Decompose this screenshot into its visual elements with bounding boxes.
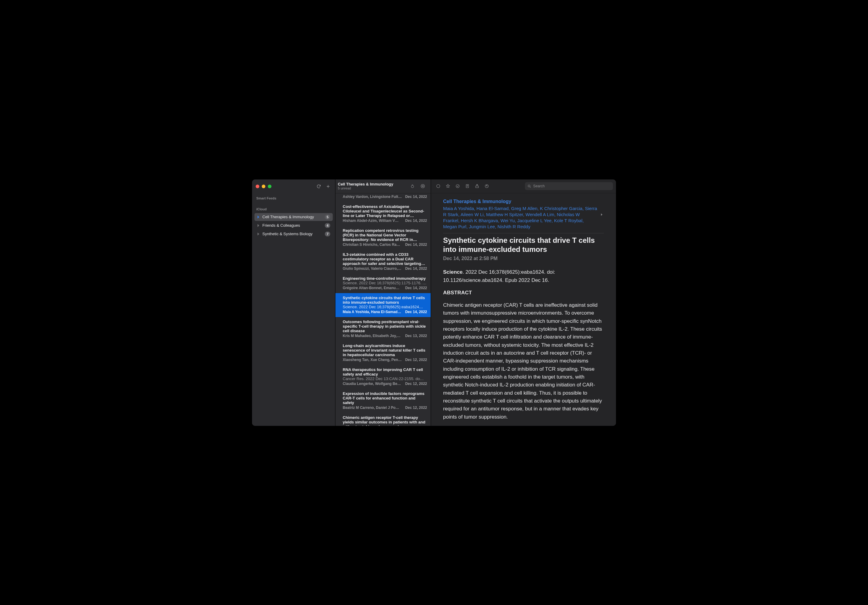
article-title: Chimeric antigen receptor T-cell therapy… [343,415,427,426]
svg-point-2 [437,184,440,188]
article-authors: Grégoire Altan-Bonnet, Emanu… [343,286,403,290]
svg-point-0 [411,185,414,188]
article-date: Dec 13, 2022 [405,334,427,338]
article-date: Dec 14, 2022 [405,195,427,199]
svg-point-7 [528,185,530,187]
unread-badge: 5 [325,215,330,220]
article-authors: Claudia Lengerke, Wolfgang Be… [343,382,403,386]
sidebar-item-label: Cell Therapies & Immunology [262,215,322,219]
article-authors: Beatriz M Carreno, Daniel J Po… [343,405,403,410]
article-authors: Kris M Mahadeo, Elisabeth Joy,… [343,334,403,338]
article-title: Cost-effectiveness of Axicabtagene Cilol… [343,204,427,218]
expand-authors-icon[interactable] [600,212,604,218]
article-list-item[interactable]: RNA therapeutics for improving CAR T cel… [335,365,431,389]
article-authors: Ashley Vardon, Livingstone Fult… [343,195,403,199]
article-title: RNA therapeutics for improving CAR T cel… [343,367,427,376]
article-date: Dec 14, 2022 [405,218,427,223]
article-list-item[interactable]: Replication competent retrovirus testing… [335,226,431,250]
article-title: IL3-zetakine combined with a CD33 costim… [343,252,427,266]
minimize-window-button[interactable] [262,184,265,188]
article-date: Dec 12, 2022 [405,357,427,362]
article-list-item[interactable]: IL3-zetakine combined with a CD33 costim… [335,250,431,274]
article-date: Dec 12, 2022 [405,405,427,410]
article-authors: Maia A Yoshida, Hana El-Samad… [343,310,403,314]
article-title: Long-chain acylcarnitines induce senesce… [343,344,427,357]
article-list-item[interactable]: Long-chain acylcarnitines induce senesce… [335,341,431,365]
mark-all-read-button[interactable] [408,182,417,190]
article-authors: Christian S Hinrichs, Carlos Ra… [343,243,403,247]
list-view-options-button[interactable] [418,182,427,190]
article-date: Dec 12, 2022 [405,382,427,386]
sidebar-item-label: Synthetic & Systems Biology [262,232,322,236]
toggle-read-button[interactable] [434,182,442,190]
article-title: Outcomes following posttransplant viral-… [343,319,427,333]
reader-content[interactable]: Cell Therapies & Immunology Maia A Yoshi… [431,193,616,426]
article-date: Dec 14, 2022 [405,310,427,314]
chevron-right-icon [257,224,260,227]
section-icloud: iCloud [252,202,335,213]
divider [443,233,604,234]
article-title: Synthetic cytokine circuits that drive T… [443,236,604,254]
list-subtitle: 5 unread [338,186,406,190]
article-title: Replication competent retrovirus testing… [343,228,427,242]
article-list-item[interactable]: Outcomes following posttransplant viral-… [335,317,431,341]
chevron-right-icon [257,215,260,218]
svg-rect-4 [466,184,468,188]
window-controls [256,184,271,188]
article-snippet: Science. 2022 Dec 16;378(6625):1175-1176… [343,281,427,285]
article-list-item[interactable]: Ashley Vardon, Livingstone Fult…Dec 14, … [335,195,431,202]
close-window-button[interactable] [256,184,259,188]
reader-view-button[interactable] [463,182,471,190]
reader-authors[interactable]: Maia A Yoshida, Hana El-Samad, Greg M Al… [443,206,604,230]
refresh-button[interactable] [315,182,323,191]
search-icon [527,184,532,188]
add-feed-button[interactable] [323,182,332,191]
article-timestamp: Dec 14, 2022 at 2:58 PM [443,256,604,261]
article-snippet: Cancer Res. 2022 Dec 13:CAN-22-2155. do… [343,376,427,381]
article-list-item[interactable]: Expression of inducible factors reprogra… [335,389,431,413]
mark-done-button[interactable] [453,182,462,190]
article-authors: Xiaosheng Tan, Xue Cheng, Pen… [343,357,403,362]
article-title: Synthetic cytokine circuits that drive T… [343,296,427,305]
list-title: Cell Therapies & Immunology [338,182,406,186]
article-title: Expression of inducible factors reprogra… [343,391,427,405]
article-list-item[interactable]: Chimeric antigen receptor T-cell therapy… [335,413,431,426]
sidebar-item-cell-therapies[interactable]: Cell Therapies & Immunology 5 [254,213,333,221]
chevron-right-icon [257,232,260,235]
toggle-star-button[interactable] [444,182,452,190]
share-button[interactable] [473,182,481,190]
section-smart-feeds: Smart Feeds [252,193,335,202]
article-list[interactable]: Ashley Vardon, Livingstone Fult…Dec 14, … [335,193,431,426]
app-window: Smart Feeds iCloud Cell Therapies & Immu… [252,179,616,426]
article-authors: Giulio Spinozzi, Valerio Ciaurro,… [343,266,403,271]
abstract-body: Chimeric antigen receptor (CAR) T cells … [443,301,604,421]
reader-pane: Cell Therapies & Immunology Maia A Yoshi… [431,179,616,426]
article-list-item[interactable]: Engineering time-controlled immunotherap… [335,274,431,293]
article-list-item[interactable]: Cost-effectiveness of Axicabtagene Cilol… [335,202,431,226]
unread-badge: 7 [325,232,330,237]
sidebar: Smart Feeds iCloud Cell Therapies & Immu… [252,179,335,426]
svg-point-3 [456,184,459,188]
sidebar-item-friends[interactable]: Friends & Colleagues 4 [254,221,333,229]
sidebar-toolbar [252,179,335,193]
article-citation: Science. 2022 Dec 16;378(6625):eaba1624.… [443,268,604,284]
search-input[interactable] [533,184,611,188]
article-date: Dec 14, 2022 [405,243,427,247]
article-authors: Hisham Abdel-Azim, William V… [343,218,403,223]
article-date: Dec 14, 2022 [405,266,427,271]
article-title: Engineering time-controlled immunotherap… [343,276,427,281]
sidebar-item-synbio[interactable]: Synthetic & Systems Biology 7 [254,230,333,238]
sidebar-item-label: Friends & Colleagues [262,223,322,227]
search-field[interactable] [525,182,613,190]
unread-badge: 4 [325,223,330,228]
reader-feed-link[interactable]: Cell Therapies & Immunology [443,199,604,204]
list-header: Cell Therapies & Immunology 5 unread [335,179,431,193]
zoom-window-button[interactable] [268,184,271,188]
article-list-item[interactable]: Synthetic cytokine circuits that drive T… [335,293,431,317]
reader-toolbar [431,179,616,193]
open-in-browser-button[interactable] [482,182,491,190]
article-date: Dec 14, 2022 [405,286,427,290]
article-snippet: Science. 2022 Dec 16;378(6625):eaba1624… [343,305,427,309]
abstract-heading: ABSTRACT [443,290,604,296]
article-list-pane: Cell Therapies & Immunology 5 unread Ash… [335,179,431,426]
